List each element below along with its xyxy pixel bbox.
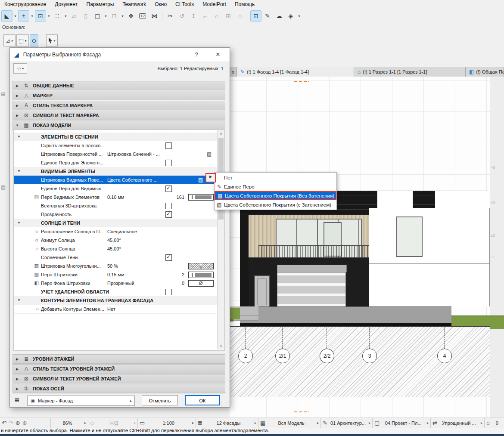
param-row-transparency[interactable]: Прозрачность [14,210,217,219]
explore-model-icon[interactable] [125,10,137,22]
menu-help[interactable]: Помощь [230,1,259,7]
fit-in-window-icon[interactable] [149,10,160,22]
menu-modelport[interactable]: ModelPort [198,1,230,7]
checkbox-checked[interactable] [165,211,172,218]
pen-preview[interactable] [188,194,214,201]
resize-icon[interactable] [223,10,234,22]
checkbox-checked[interactable] [165,254,172,261]
fillet-icon[interactable] [211,10,222,22]
pen-preview[interactable] [188,272,214,278]
param-row-cut-surface-fill[interactable]: Штриховка Поверхностей ...Штриховка Сече… [14,150,217,159]
param-row-add-contours[interactable]: Добавить Контуры Элемен...Нет [14,305,217,314]
list-scrollbar[interactable]: ∧ ∨ [217,130,224,349]
param-row-uniform-pen-cut[interactable]: Единое Перо для Элемент... [14,158,217,167]
collapse-icon[interactable]: ▼ [17,221,21,225]
menu-document[interactable]: Документ [50,1,82,7]
param-row-uniform-pen-visible[interactable]: Единое Перо для Видимых... [14,184,217,193]
transparent-pen-preview[interactable] [188,280,214,287]
section-marker-symbol[interactable]: ▶СИМВОЛ И ТЕКСТ МАРКЕРА [12,111,225,120]
menu-window[interactable]: Окно [150,1,171,7]
checkbox-unchecked[interactable] [165,289,172,295]
param-row-hatching-pen[interactable]: Перо Штриховки0.15 мм2 [14,270,217,279]
morph-dropdown[interactable]: ▾ [297,11,302,21]
scroll-up-icon[interactable]: ∧ [218,130,224,137]
menu-construction[interactable]: Конструирование [0,1,50,7]
pen-set-control[interactable]: 01 Архитектур...▸ [321,418,373,428]
param-value[interactable]: Прозрачный [107,281,134,286]
marquee-mode-icon[interactable] [92,10,103,22]
home-story-icon[interactable] [234,10,246,22]
favorites-button[interactable]: ▸ [13,63,27,74]
docked-palette-icon[interactable]: ⊞ [1,91,5,97]
section-model-display[interactable]: ▼ПОКАЗ МОДЕЛИ [12,121,225,130]
zoom-level-control[interactable]: 86%▸ [51,418,88,428]
param-row-shadow-polygon-fill[interactable]: Штриховка Многоугольни...50 % [14,262,217,271]
tab-perspective[interactable]: (!) Общая Пе [466,67,504,77]
next-zoom-icon[interactable] [9,420,13,426]
snap-grid-dropdown[interactable]: ▾ [63,11,68,21]
param-row-visible-surface-fill-selected[interactable]: Штриховка Видимых Пове...Цвета Собственн… [14,176,217,185]
select-tool-button[interactable]: ▸ [16,34,29,46]
group-row-visible-elements[interactable]: ▼ВИДИМЫЕ ЭЛЕМЕНТЫ [14,167,217,176]
scroll-down-icon[interactable]: ∨ [218,343,224,349]
param-row-sun-altitude[interactable]: Высота Солнца45,00° [14,244,217,254]
dimensions-icon[interactable]: 12 [137,10,148,22]
param-row-hide-cut-elements[interactable]: Скрыть элементы в плоско... [14,141,217,150]
tab-section[interactable]: (!) 1 Разрез 1-1 [1 Разрез 1-1] [354,67,466,77]
pen-number[interactable]: 161 [167,195,184,200]
elevate-icon[interactable] [188,10,199,22]
menu-item-uniform-pen[interactable]: Единое Перо [215,182,336,191]
section-general-data[interactable]: ▶ОБЩИЕ ДАННЫЕ [12,81,225,90]
close-button[interactable] [211,48,225,62]
arrow-tool-button[interactable]: ▸ [46,34,58,46]
coordinate-dropdown[interactable]: ▾ [47,11,51,21]
tab-close-button[interactable]: x [230,67,237,77]
ok-button[interactable]: ОК [185,395,220,405]
pen-number[interactable]: 2 [167,272,184,277]
checkbox-unchecked[interactable] [165,142,172,149]
collapse-icon[interactable]: ▼ [17,135,21,139]
marquee-tool-button[interactable]: ▸ [3,34,16,46]
section-story-levels-text-style[interactable]: ▶СТИЛЬ ТЕКСТА УРОВНЕЙ ЭТАЖЕЙ [12,364,225,374]
pen-number[interactable]: 0 [167,281,184,286]
param-value[interactable]: Нет [107,306,115,312]
rotate-icon[interactable] [176,10,187,22]
trim-icon[interactable] [165,10,176,22]
dialog-title-bar[interactable]: ◢ Параметры Выбранного Фасада [10,48,230,62]
vertical-plane-icon[interactable] [80,10,91,22]
checkbox-checked[interactable] [165,186,172,192]
partial-structure-control[interactable]: 0 [485,418,504,428]
group-row-boundary-contours[interactable]: ▼КОНТУРЫ ЭЛЕМЕНТОВ НА ГРАНИЦАХ ФАСАДА [14,296,217,305]
fill-option-flyout-button[interactable]: ▶ [205,173,216,182]
cloud-library-icon[interactable] [274,10,285,22]
menu-item-none[interactable]: Нет [215,173,336,182]
section-marker-text-style[interactable]: ▶СТИЛЬ ТЕКСТА МАРКЕРА [12,101,225,110]
marker-layer-combo[interactable]: Маркер - Фасад ▸ [27,396,135,406]
param-value[interactable]: 0.15 мм [107,272,124,277]
editing-plane-icon[interactable] [68,10,80,22]
param-value[interactable]: 0.10 мм [107,195,124,200]
morph-icon[interactable] [285,10,296,22]
intersect-icon[interactable] [199,10,211,22]
group-row-sun-and-shadows[interactable]: ▼СОЛНЦЕ И ТЕНИ [14,219,217,228]
section-marker[interactable]: ▶МАРКЕР [12,91,225,100]
tab-elevation[interactable]: (!) 1 Фасад 1-4 [1 Фасад 1-4] [237,67,354,77]
optimal-zoom-icon[interactable] [22,420,27,426]
param-row-visible-elements-pen[interactable]: Перо Видимых Элементов0.10 мм161 [14,193,217,202]
edit-selection-icon[interactable] [250,10,261,22]
section-story-levels-symbol[interactable]: ▶СИМВОЛ И ТЕКСТ УРОВНЕЙ ЭТАЖЕЙ [12,374,225,383]
suspend-groups-dropdown[interactable]: ▾ [120,11,125,21]
hatch-preview[interactable] [188,263,214,269]
guide-lines-icon[interactable] [1,10,12,22]
scale-control[interactable]: 1:100▸ [138,418,196,428]
resize-grip[interactable]: ⋮⋮ [220,402,228,406]
menu-item-own-surface-no-shading[interactable]: Цвета Собственного Покрытия (Без Затенен… [215,191,336,200]
param-row-vector-3d-hatching[interactable]: Векторная 3D-штриховка [14,201,217,210]
layer-combination-control[interactable]: 04 Проект - Пл...▸ [373,418,431,428]
suspend-groups-icon[interactable] [109,10,120,22]
coordinate-icon[interactable] [35,10,46,22]
param-row-sun-position[interactable]: Расположение Солнца в П...Специальное [14,227,217,236]
menu-ci-tools[interactable]: CI Tools [171,1,198,7]
previous-zoom-icon[interactable] [2,420,6,426]
snap-grid-icon[interactable] [52,10,63,22]
